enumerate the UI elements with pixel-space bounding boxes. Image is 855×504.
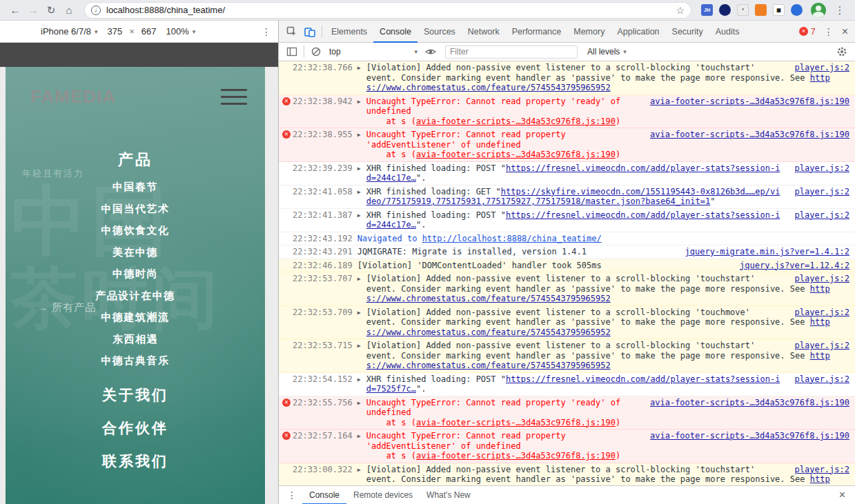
message-link[interactable]: http://localhost:8888/china_teatime/ <box>422 234 602 243</box>
menu-item[interactable]: 中德饮食文化 <box>6 219 265 241</box>
devtools-tabs: ElementsConsoleSourcesNetworkPerformance… <box>325 21 745 43</box>
ext-asterisk-icon[interactable]: * <box>737 4 749 16</box>
message-gutter <box>282 261 293 270</box>
page-menu: 产品 中国春节中国当代艺术中德饮食文化美在中德中德时尚产品设计在中德中德建筑潮流… <box>6 150 265 372</box>
source-link[interactable]: player.js:2 <box>795 308 849 318</box>
menu-item[interactable]: 中国春节 <box>6 176 265 198</box>
source-link[interactable]: player.js:2 <box>795 187 849 197</box>
page-info-icon[interactable]: i <box>91 6 101 15</box>
source-link[interactable]: player.js:2 <box>795 163 849 174</box>
message-link[interactable]: avia-footer-scripts-…3d4a53c976f8.js:190 <box>416 117 616 126</box>
message-text-segment: [Violation] Added non-passive event list… <box>366 274 810 294</box>
menu-item[interactable]: 中德时尚 <box>6 263 265 285</box>
expand-triangle-icon[interactable]: ▶ <box>357 308 366 319</box>
menu-item[interactable]: 中国当代艺术 <box>6 198 265 220</box>
forward-icon[interactable]: → <box>25 2 41 19</box>
menu-item[interactable]: 东西相遇 <box>6 328 265 350</box>
back-icon[interactable]: ← <box>7 2 23 19</box>
expand-triangle-icon[interactable]: ▶ <box>357 274 366 285</box>
source-link[interactable]: jquery-migrate.min.js?ver=1.4.1:2 <box>685 247 849 257</box>
source-link[interactable]: jquery.js?ver=1.12.4:2 <box>740 261 849 271</box>
clear-console-icon[interactable] <box>307 43 325 61</box>
menu-heading[interactable]: 产品 <box>6 150 265 170</box>
console-settings-gear-icon[interactable] <box>833 43 851 61</box>
tab-audits[interactable]: Audits <box>709 21 746 43</box>
ext-globe-icon[interactable] <box>719 4 731 16</box>
ext-qr-icon[interactable]: ▦ <box>773 4 785 16</box>
source-link[interactable]: avia-footer-scripts-…3d4a53c976f8.js:190 <box>650 398 849 408</box>
drawer-close-icon[interactable]: × <box>836 489 852 501</box>
message-gutter <box>282 308 293 317</box>
devtools-menu-icon[interactable]: ⋮ <box>818 26 839 37</box>
tab-performance[interactable]: Performance <box>506 21 568 43</box>
message-text: player.js:2[Violation] Added non-passive… <box>366 274 849 304</box>
drawer-tab-remote-devices[interactable]: Remote devices <box>346 486 420 504</box>
expand-triangle-icon[interactable]: ▶ <box>357 97 366 108</box>
expand-triangle-icon[interactable]: ▶ <box>357 341 366 352</box>
tab-application[interactable]: Application <box>611 21 665 43</box>
expand-triangle-icon[interactable]: ▶ <box>357 465 366 476</box>
console-filter-input[interactable] <box>445 46 578 59</box>
profile-avatar[interactable] <box>811 3 826 18</box>
expand-triangle-icon[interactable]: ▶ <box>357 398 366 409</box>
source-link[interactable]: player.js:2 <box>795 341 849 351</box>
page-link[interactable]: 合作伙伴 <box>6 412 265 445</box>
message-text-segment: [Violation] Added non-passive event list… <box>366 63 810 83</box>
address-bar[interactable]: i localhost:8888/china_teatime/ ☆ <box>84 2 691 19</box>
menu-item[interactable]: 美在中德 <box>6 241 265 263</box>
page-link[interactable]: 关于我们 <box>6 379 265 412</box>
source-link[interactable]: player.js:2 <box>795 210 849 221</box>
tab-network[interactable]: Network <box>462 21 506 43</box>
message-link[interactable]: avia-footer-scripts-…3d4a53c976f8.js:190 <box>416 150 616 159</box>
expand-triangle-icon[interactable]: ▶ <box>357 63 366 74</box>
hamburger-menu-icon[interactable] <box>221 89 247 110</box>
drawer-tab-console[interactable]: Console <box>302 486 346 504</box>
browser-menu-icon[interactable]: ⋮ <box>832 2 848 19</box>
expand-triangle-icon[interactable]: ▶ <box>357 187 366 198</box>
drawer-menu-icon[interactable]: ⋮ <box>282 490 302 501</box>
execution-context-label: top <box>329 47 341 57</box>
ext-orange-icon[interactable] <box>755 4 767 16</box>
console-sidebar-toggle-icon[interactable] <box>283 43 301 61</box>
source-link[interactable]: avia-footer-scripts-…3d4a53c976f8.js:190 <box>650 431 849 441</box>
tab-elements[interactable]: Elements <box>325 21 373 43</box>
expand-triangle-icon[interactable]: ▶ <box>357 210 366 221</box>
source-link[interactable]: player.js:2 <box>795 374 849 385</box>
device-toolbar-menu-icon[interactable]: ⋮ <box>262 26 271 37</box>
menu-item[interactable]: 中德古典音乐 <box>6 350 265 372</box>
device-select[interactable]: iPhone 6/7/8 ▾ <box>38 26 101 37</box>
message-link[interactable]: avia-footer-scripts-…3d4a53c976f8.js:190 <box>416 451 616 461</box>
tab-sources[interactable]: Sources <box>417 21 462 43</box>
ext-blue-icon[interactable] <box>791 4 803 16</box>
all-products-link[interactable]: → 所有产品 <box>37 301 96 314</box>
execution-context-select[interactable]: top ▾ <box>325 47 422 57</box>
tab-security[interactable]: Security <box>666 21 709 43</box>
source-link[interactable]: player.js:2 <box>795 465 849 475</box>
ext-jh-icon[interactable]: JH <box>701 4 713 16</box>
expand-triangle-icon[interactable]: ▶ <box>357 431 366 442</box>
error-count-badge[interactable]: × 7 <box>796 27 818 37</box>
source-link[interactable]: player.js:2 <box>795 274 849 284</box>
site-logo[interactable]: FAMEDIA <box>30 86 116 108</box>
refresh-icon[interactable]: ↻ <box>43 2 59 19</box>
inspect-element-icon[interactable] <box>283 23 301 41</box>
live-expression-eye-icon[interactable] <box>422 43 440 61</box>
message-link[interactable]: avia-footer-scripts-…3d4a53c976f8.js:190 <box>416 418 616 427</box>
bookmark-star-icon[interactable]: ☆ <box>676 5 685 16</box>
expand-triangle-icon[interactable]: ▶ <box>357 130 366 141</box>
expand-triangle-icon[interactable]: ▶ <box>357 163 366 174</box>
zoom-select[interactable]: 100% ▾ <box>164 26 199 37</box>
tab-memory[interactable]: Memory <box>567 21 611 43</box>
device-toolbar-toggle-icon[interactable] <box>301 23 319 41</box>
log-levels-select[interactable]: All levels ▾ <box>583 47 631 57</box>
console-messages[interactable]: 22:32:38.766▶player.js:2[Violation] Adde… <box>279 61 855 485</box>
devtools-close-icon[interactable]: × <box>839 26 855 38</box>
source-link[interactable]: avia-footer-scripts-…3d4a53c976f8.js:190 <box>650 97 849 107</box>
tab-console[interactable]: Console <box>373 21 417 43</box>
drawer-tab-what-s-new[interactable]: What's New <box>420 486 478 504</box>
source-link[interactable]: player.js:2 <box>795 63 849 73</box>
page-link[interactable]: 联系我们 <box>6 445 265 478</box>
home-icon[interactable]: ⌂ <box>61 2 77 19</box>
expand-triangle-icon[interactable]: ▶ <box>357 374 366 385</box>
source-link[interactable]: avia-footer-scripts-…3d4a53c976f8.js:190 <box>650 130 849 140</box>
